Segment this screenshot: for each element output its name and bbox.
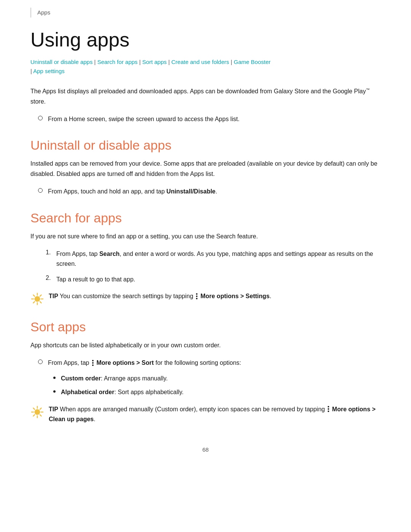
svg-line-7: [40, 295, 41, 297]
circle-marker-icon: [38, 116, 43, 120]
sort-tip-text: TIP When apps are arranged manually (Cus…: [49, 404, 381, 425]
search-tip: TIP You can customize the search setting…: [30, 291, 381, 306]
sort-tip-label: TIP: [49, 406, 58, 412]
sort-dot-bullet-2: Alphabetical order: Sort apps alphabetic…: [53, 387, 381, 397]
more-options-icon-sort-tip: [328, 406, 329, 412]
section-header-search: Search for apps: [30, 211, 381, 225]
uninstall-body: Installed apps can be removed from your …: [30, 159, 381, 179]
breadcrumb-text: Apps: [37, 9, 50, 16]
sort-dot-bullet-1: Custom order: Arrange apps manually.: [53, 374, 381, 383]
svg-point-9: [35, 409, 40, 415]
circle-marker-uninstall-icon: [38, 188, 43, 193]
nav-link-sort[interactable]: Sort apps: [142, 59, 167, 65]
section-header-uninstall: Uninstall or disable apps: [30, 138, 381, 153]
search-bold: Search: [99, 251, 119, 257]
search-numbered-list: 1. From Apps, tap Search, and enter a wo…: [46, 249, 381, 284]
sort-circle-bullet: From Apps, tap More options > Sort for t…: [38, 358, 381, 368]
search-step-2: 2. Tap a result to go to that app.: [46, 275, 381, 284]
breadcrumb: Apps: [30, 8, 381, 18]
sort-tip: TIP When apps are arranged manually (Cus…: [30, 404, 381, 425]
svg-line-8: [33, 302, 35, 303]
sort-bold: More options > Sort: [96, 359, 154, 366]
circle-marker-sort-icon: [38, 359, 43, 364]
svg-line-16: [40, 408, 41, 409]
sort-body: App shortcuts can be listed alphabetical…: [30, 340, 381, 350]
step-2-text: Tap a result to go to that app.: [56, 275, 135, 284]
section-header-sort: Sort apps: [30, 320, 381, 334]
sort-dot-text-2: Alphabetical order: Sort apps alphabetic…: [61, 387, 184, 397]
search-tip-bold: More options > Settings: [201, 293, 270, 299]
svg-point-0: [35, 296, 40, 302]
svg-line-5: [33, 295, 35, 297]
sort-tip-bold: More options > Clean up pages: [49, 406, 376, 422]
dot-marker-2-icon: [53, 390, 56, 393]
nav-link-folders[interactable]: Create and use folders: [171, 59, 229, 65]
nav-link-booster[interactable]: Game Booster: [234, 59, 271, 65]
page-title: Using apps: [30, 29, 381, 51]
dot-marker-1-icon: [53, 377, 56, 379]
nav-link-search[interactable]: Search for apps: [97, 59, 138, 65]
more-options-icon-search: [196, 293, 198, 299]
svg-line-14: [33, 408, 35, 409]
nav-links: Uninstall or disable apps | Search for a…: [30, 58, 381, 76]
uninstall-bold: Uninstall/Disable: [166, 188, 215, 195]
search-tip-label: TIP: [49, 293, 58, 299]
more-options-icon-sort: [92, 360, 94, 366]
search-tip-text: TIP You can customize the search setting…: [49, 291, 271, 301]
svg-line-15: [40, 415, 41, 416]
uninstall-bullet-text: From Apps, touch and hold an app, and ta…: [48, 187, 217, 197]
step-2-number: 2.: [46, 275, 56, 281]
search-body: If you are not sure where to find an app…: [30, 232, 381, 241]
sort-bullet-text: From Apps, tap More options > Sort for t…: [48, 358, 241, 368]
svg-line-6: [40, 302, 41, 303]
nav-link-appsettings[interactable]: App settings: [33, 68, 65, 74]
uninstall-bullet: From Apps, touch and hold an app, and ta…: [38, 187, 381, 197]
step-1-text: From Apps, tap Search, and enter a word …: [56, 249, 381, 269]
page-container: Apps Using apps Uninstall or disable app…: [0, 0, 411, 483]
search-step-1: 1. From Apps, tap Search, and enter a wo…: [46, 249, 381, 269]
alphabetical-order-bold: Alphabetical order: [61, 389, 114, 395]
nav-link-uninstall[interactable]: Uninstall or disable apps: [30, 59, 92, 65]
custom-order-bold: Custom order: [61, 375, 101, 382]
intro-bullet: From a Home screen, swipe the screen upw…: [38, 114, 381, 124]
intro-bullet-text: From a Home screen, swipe the screen upw…: [48, 114, 239, 124]
page-number: 68: [30, 431, 381, 460]
sort-dot-text-1: Custom order: Arrange apps manually.: [61, 374, 168, 383]
tip-icon-sort: [30, 405, 44, 419]
intro-text: The Apps list displays all preloaded and…: [30, 86, 381, 107]
svg-line-17: [33, 415, 35, 416]
step-1-number: 1.: [46, 249, 56, 256]
tip-icon-search: [30, 292, 44, 306]
